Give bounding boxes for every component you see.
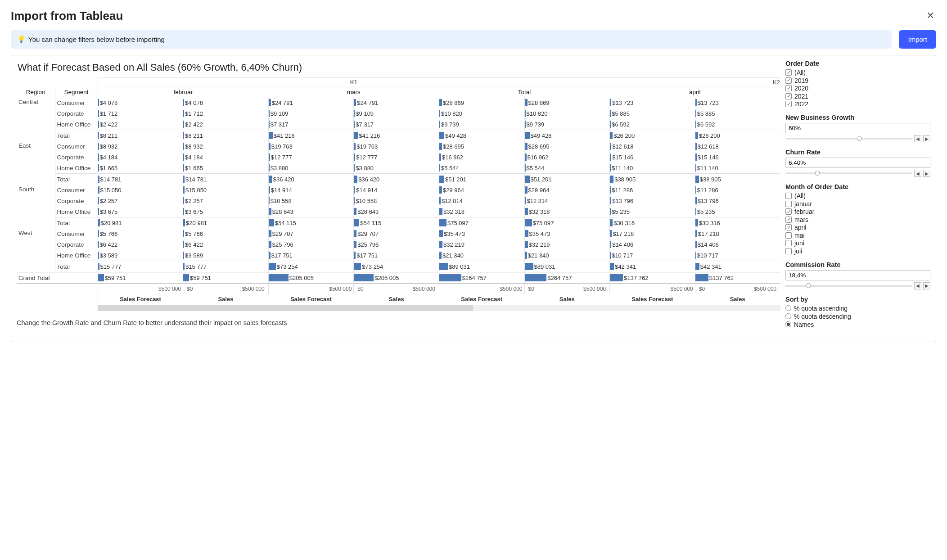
value-text: $1 665 (184, 165, 203, 172)
value-cell: $2 422 (98, 119, 183, 130)
horizontal-scrollbar[interactable] (98, 305, 780, 311)
filter-growth: New Business Growth ◀ ▶ (785, 114, 930, 142)
value-cell: $28 869 (439, 97, 524, 108)
table-row: Home Office$3 675$3 675$28 643$28 643$32… (17, 206, 780, 217)
value-text: $36 420 (357, 176, 379, 183)
commission-input[interactable] (785, 270, 930, 280)
value-text: $89 031 (533, 263, 555, 270)
month-label: april (794, 224, 806, 231)
value-text: $51 201 (530, 176, 552, 183)
value-text: $9 739 (440, 121, 459, 128)
segment-cell: Home Office (55, 206, 98, 217)
value-cell: $17 218 (695, 228, 780, 239)
order-date-item[interactable]: 2021 (785, 93, 930, 100)
value-text: $13 723 (611, 99, 633, 106)
order-date-item[interactable]: 2019 (785, 77, 930, 84)
growth-slider[interactable] (785, 138, 912, 140)
value-text: $6 422 (99, 241, 118, 248)
value-text: $1 665 (99, 165, 118, 172)
radio-icon (785, 305, 791, 311)
value-cell: $26 200 (610, 130, 695, 141)
order-date-item[interactable]: 2020 (785, 85, 930, 92)
value-cell: $29 707 (268, 228, 354, 239)
data-table: K1RegionSegmentfebruarmarsTotalaprilCent… (17, 77, 780, 304)
axis-tick-pair: $0$500 000 (183, 284, 269, 295)
bar-icon (525, 219, 532, 226)
month-item[interactable]: februar (785, 208, 930, 215)
value-cell: $4 078 (183, 97, 269, 108)
value-cell: $1 665 (183, 163, 269, 174)
filter-month: Month of Order Date (All)januarfebruarma… (785, 183, 930, 255)
value-text: $2 422 (99, 121, 118, 128)
value-text: $49 428 (530, 132, 552, 139)
value-text: $17 218 (612, 230, 634, 237)
month-item[interactable]: januar (785, 200, 930, 208)
axis-tick: $500 000 (98, 284, 183, 295)
axis-tick: $500 000 (439, 284, 524, 295)
value-cell: $8 211 (98, 130, 183, 141)
info-banner: 💡 You can change filters below before im… (11, 30, 892, 49)
table-row: Corporate$4 184$4 184$12 777$12 777$16 9… (17, 152, 780, 163)
value-cell: $73 254 (268, 261, 354, 272)
value-cell: $25 796 (354, 239, 439, 250)
month-item[interactable]: (All) (785, 192, 930, 199)
data-table-wrap: K1RegionSegmentfebruarmarsTotalaprilCent… (17, 77, 780, 304)
close-button[interactable]: ✕ (924, 8, 936, 23)
growth-next-button[interactable]: ▶ (923, 135, 930, 142)
value-cell: $30 316 (695, 217, 780, 229)
value-text: $5 885 (611, 110, 630, 117)
growth-input[interactable] (785, 123, 930, 133)
churn-prev-button[interactable]: ◀ (914, 170, 921, 177)
order-date-item[interactable]: 2022 (785, 100, 930, 108)
value-text: $5 235 (696, 208, 715, 215)
value-cell: $5 885 (695, 108, 780, 119)
value-cell: $7 317 (268, 119, 354, 130)
value-text: $137 762 (708, 275, 734, 281)
segment-cell: Home Office (55, 250, 98, 261)
region-cell: East (17, 141, 55, 185)
value-text: $7 317 (270, 121, 289, 128)
order-date-item[interactable]: (All) (785, 69, 930, 76)
month-item[interactable]: april (785, 224, 930, 231)
month-label: (All) (794, 192, 806, 199)
month-item[interactable]: juni (785, 239, 930, 247)
churn-input[interactable] (785, 158, 930, 168)
value-cell: $42 341 (695, 261, 780, 272)
value-text: $24 791 (356, 99, 378, 106)
value-cell: $49 428 (524, 130, 610, 141)
bar-icon (269, 219, 274, 226)
value-cell: $15 146 (695, 152, 780, 163)
value-cell: $10 717 (695, 250, 780, 261)
month-item[interactable]: mai (785, 232, 930, 239)
import-button[interactable]: Import (899, 30, 936, 49)
value-text: $32 318 (528, 208, 550, 215)
value-text: $6 422 (184, 241, 203, 248)
sort-option[interactable]: Names (785, 321, 930, 328)
churn-next-button[interactable]: ▶ (923, 170, 930, 177)
value-cell: $13 723 (610, 97, 695, 108)
bar-icon (525, 274, 547, 281)
metric-label: Sales Forecast (268, 294, 354, 304)
growth-prev-button[interactable]: ◀ (914, 135, 921, 142)
value-cell: $28 695 (439, 141, 524, 152)
bulb-icon: 💡 (17, 35, 26, 43)
bar-icon (439, 230, 443, 237)
commission-next-button[interactable]: ▶ (923, 282, 930, 289)
commission-slider[interactable] (785, 285, 912, 287)
value-text: $3 880 (355, 165, 374, 172)
month-item[interactable]: juli (785, 248, 930, 255)
churn-slider[interactable] (785, 172, 912, 174)
sort-option[interactable]: % quota ascending (785, 305, 930, 312)
checkbox-icon (785, 248, 792, 254)
sort-option[interactable]: % quota descending (785, 313, 930, 320)
commission-prev-button[interactable]: ◀ (914, 282, 921, 289)
value-text: $19 763 (356, 143, 378, 150)
filter-sidebar: Order Date (All)2019202020212022 New Bus… (785, 60, 930, 334)
value-text: $6 592 (611, 121, 630, 128)
scroll-thumb[interactable] (98, 305, 473, 311)
table-row: Total$20 981$20 981$54 115$54 115$75 097… (17, 217, 780, 229)
value-text: $28 643 (356, 208, 379, 215)
bar-icon (525, 230, 528, 237)
month-item[interactable]: mars (785, 216, 930, 223)
bar-icon (439, 274, 461, 281)
